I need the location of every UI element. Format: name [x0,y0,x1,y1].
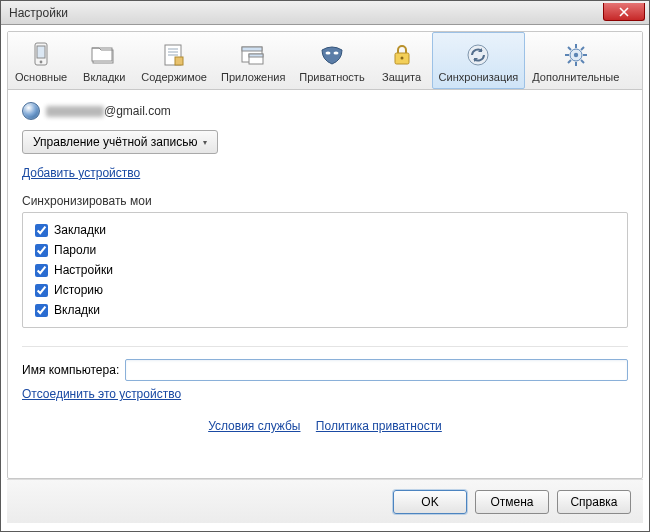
terms-link[interactable]: Условия службы [208,419,300,433]
checkbox[interactable] [35,224,48,237]
manage-account-button[interactable]: Управление учётной записью [22,130,218,154]
tab-sync[interactable]: Синхронизация [432,32,526,89]
svg-rect-9 [175,57,183,65]
email-domain: @gmail.com [104,104,171,118]
checkbox-label: Настройки [54,263,113,277]
svg-point-2 [40,60,43,63]
window-icon [239,41,267,69]
sync-item-tabs[interactable]: Вкладки [35,303,615,317]
user-email: @gmail.com [46,104,171,118]
tab-privacy[interactable]: Приватность [292,32,371,89]
sync-checkbox-group: Закладки Пароли Настройки Историю Вкладк… [22,212,628,328]
bottom-links: Условия службы Политика приватности [22,419,628,433]
checkbox[interactable] [35,284,48,297]
tab-label: Содержимое [141,71,207,83]
tab-label: Приложения [221,71,285,83]
main-area: @gmail.com Управление учётной записью До… [8,90,642,478]
close-button[interactable] [603,3,645,21]
phone-icon [27,41,55,69]
window-title: Настройки [1,6,68,20]
tab-general[interactable]: Основные [8,32,74,89]
document-icon [160,41,188,69]
svg-line-28 [568,60,571,63]
lock-icon [388,41,416,69]
tab-label: Синхронизация [439,71,519,83]
tab-label: Вкладки [83,71,125,83]
svg-rect-13 [249,54,263,57]
computer-name-label: Имя компьютера: [22,363,119,377]
tab-label: Основные [15,71,67,83]
email-local-blurred [46,106,104,117]
svg-rect-11 [242,47,262,51]
tab-applications[interactable]: Приложения [214,32,292,89]
checkbox[interactable] [35,304,48,317]
cancel-button[interactable]: Отмена [475,490,549,514]
gear-icon [562,41,590,69]
checkbox[interactable] [35,244,48,257]
user-row: @gmail.com [22,102,628,120]
tab-label: Приватность [299,71,364,83]
title-bar: Настройки [1,1,649,25]
tab-security[interactable]: Защита [372,32,432,89]
tab-label: Защита [382,71,421,83]
folder-icon [90,41,118,69]
checkbox-label: Вкладки [54,303,100,317]
privacy-link[interactable]: Политика приватности [316,419,442,433]
tab-content[interactable]: Содержимое [134,32,214,89]
mask-icon [318,41,346,69]
svg-line-26 [581,60,584,63]
manage-account-label: Управление учётной записью [33,135,197,149]
unlink-device-link[interactable]: Отсоединить это устройство [22,387,181,401]
svg-point-17 [400,56,403,59]
svg-line-25 [568,47,571,50]
checkbox-label: Закладки [54,223,106,237]
sync-item-history[interactable]: Историю [35,283,615,297]
tab-advanced[interactable]: Дополнительные [525,32,626,89]
sync-icon [464,41,492,69]
checkbox[interactable] [35,264,48,277]
svg-rect-1 [37,46,45,58]
svg-point-18 [468,45,488,65]
divider [22,346,628,347]
content-outer: Основные Вкладки Содержимое Приложения П… [1,25,649,531]
sync-item-bookmarks[interactable]: Закладки [35,223,615,237]
svg-line-27 [581,47,584,50]
add-device-link[interactable]: Добавить устройство [22,166,628,180]
settings-window: Настройки Основные Вкладки Содержимое [0,0,650,532]
tab-label: Дополнительные [532,71,619,83]
help-button[interactable]: Справка [557,490,631,514]
checkbox-label: Историю [54,283,103,297]
svg-point-20 [574,52,578,56]
tab-tabs[interactable]: Вкладки [74,32,134,89]
dialog-footer: OK Отмена Справка [7,479,643,523]
panel: Основные Вкладки Содержимое Приложения П… [7,31,643,479]
sync-item-settings[interactable]: Настройки [35,263,615,277]
sync-item-passwords[interactable]: Пароли [35,243,615,257]
computer-name-row: Имя компьютера: [22,359,628,381]
sync-section-label: Синхронизировать мои [22,194,628,208]
svg-point-15 [333,51,338,54]
svg-point-14 [325,51,330,54]
ok-button[interactable]: OK [393,490,467,514]
avatar-icon [22,102,40,120]
category-toolbar: Основные Вкладки Содержимое Приложения П… [8,32,642,90]
computer-name-input[interactable] [125,359,628,381]
checkbox-label: Пароли [54,243,96,257]
close-icon [619,7,629,17]
